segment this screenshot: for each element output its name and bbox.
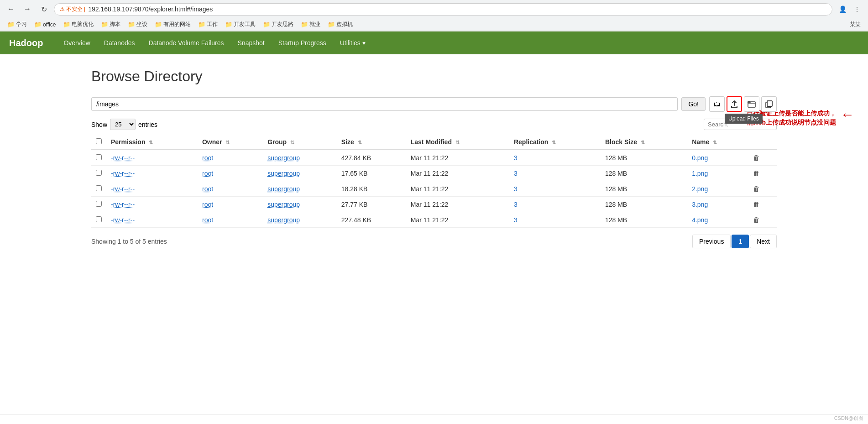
size-cell: 427.84 KB — [337, 150, 406, 166]
dropdown-arrow-icon: ▾ — [362, 39, 366, 47]
owner-cell: root — [198, 181, 263, 197]
bookmarks-bar: 📁 学习 📁 office 📁 电脑优化 📁 脚本 📁 坐设 📁 有用的网站 📁… — [0, 18, 868, 31]
profile-button[interactable]: 👤 — [836, 3, 849, 16]
bookmark-office[interactable]: 📁 office — [31, 20, 58, 29]
permission-cell: -rw-r--r-- — [106, 150, 198, 166]
replication-link[interactable]: 3 — [514, 201, 518, 208]
nav-datanodes[interactable]: Datanodes — [97, 31, 142, 54]
file-link[interactable]: 4.png — [692, 216, 708, 224]
file-link[interactable]: 0.png — [692, 154, 708, 162]
nav-utilities[interactable]: Utilities ▾ — [333, 31, 372, 54]
block-size-header[interactable]: Block Size ⇅ — [601, 135, 687, 150]
row-checkbox-1[interactable] — [96, 170, 102, 176]
owner-link[interactable]: root — [202, 185, 213, 193]
show-entries-row: Show 25 10 50 100 entries — [91, 119, 777, 130]
folder-icon: 📁 — [128, 21, 135, 28]
bookmark-开发思路[interactable]: 📁 开发思路 — [260, 20, 296, 29]
owner-link[interactable]: root — [202, 154, 213, 162]
last-modified-header[interactable]: Last Modified ⇅ — [406, 135, 509, 150]
bookmark-坐设[interactable]: 📁 坐设 — [125, 20, 150, 29]
replication-cell: 3 — [509, 150, 601, 166]
copy-button[interactable] — [761, 96, 777, 112]
bookmark-电脑优化[interactable]: 📁 电脑优化 — [60, 20, 96, 29]
entries-select[interactable]: 25 10 50 100 — [110, 119, 136, 130]
group-link[interactable]: supergroup — [267, 216, 300, 224]
row-checkbox-cell — [91, 181, 106, 197]
permission-link[interactable]: -rw-r--r-- — [111, 154, 135, 162]
owner-link[interactable]: root — [202, 170, 213, 177]
group-link[interactable]: supergroup — [267, 170, 300, 177]
size-header[interactable]: Size ⇅ — [337, 135, 406, 150]
file-link[interactable]: 2.png — [692, 185, 708, 193]
bookmarks-more[interactable]: 某某 — [847, 20, 863, 29]
refresh-button[interactable]: ↻ — [37, 3, 50, 16]
nav-datanode-volume-failures[interactable]: Datanode Volume Failures — [142, 31, 231, 54]
url-text[interactable]: 192.168.19.107:9870/explorer.html#/image… — [88, 5, 826, 13]
permission-link[interactable]: -rw-r--r-- — [111, 201, 135, 208]
replication-link[interactable]: 3 — [514, 154, 518, 162]
browser-chrome: ← → ↻ ⚠ 不安全 | 192.168.19.107:9870/explor… — [0, 0, 868, 31]
row-checkbox-3[interactable] — [96, 201, 102, 207]
row-checkbox-0[interactable] — [96, 154, 102, 160]
nav-startup-progress[interactable]: Startup Progress — [272, 31, 333, 54]
name-cell: 1.png — [687, 166, 748, 181]
row-checkbox-cell — [91, 197, 106, 212]
nav-overview[interactable]: Overview — [57, 31, 97, 54]
owner-cell: root — [198, 166, 263, 181]
permission-link[interactable]: -rw-r--r-- — [111, 170, 135, 177]
replication-header[interactable]: Replication ⇅ — [509, 135, 601, 150]
replication-link[interactable]: 3 — [514, 216, 518, 224]
bookmark-开发工具[interactable]: 📁 开发工具 — [222, 20, 258, 29]
file-link[interactable]: 3.png — [692, 201, 708, 208]
replication-cell: 3 — [509, 197, 601, 212]
delete-button[interactable]: 🗑 — [753, 154, 760, 162]
path-input[interactable] — [91, 97, 678, 111]
sort-icon: ⇅ — [358, 140, 362, 146]
bookmark-虚拟机[interactable]: 📁 虚拟机 — [325, 20, 356, 29]
owner-header[interactable]: Owner ⇅ — [198, 135, 263, 150]
nav-snapshot[interactable]: Snapshot — [231, 31, 272, 54]
new-folder-button[interactable] — [744, 96, 759, 112]
watermark: CSDN@创图 — [834, 415, 863, 422]
select-all-checkbox[interactable] — [96, 138, 102, 144]
delete-button[interactable]: 🗑 — [753, 185, 760, 193]
showing-text: Showing 1 to 5 of 5 entries — [91, 238, 167, 245]
go-button[interactable]: Go! — [681, 97, 706, 111]
bookmark-就业[interactable]: 📁 就业 — [298, 20, 323, 29]
delete-button[interactable]: 🗑 — [753, 200, 760, 208]
delete-button[interactable]: 🗑 — [753, 216, 760, 224]
previous-button[interactable]: Previous — [692, 235, 731, 248]
folder-icon-btn[interactable]: 🗂 — [709, 96, 725, 112]
group-link[interactable]: supergroup — [267, 185, 300, 193]
more-button[interactable]: ⋮ — [851, 3, 863, 16]
bookmark-有用的网站[interactable]: 📁 有用的网站 — [152, 20, 193, 29]
file-link[interactable]: 1.png — [692, 170, 708, 177]
group-link[interactable]: supergroup — [267, 154, 300, 162]
upload-files-button[interactable] — [727, 96, 742, 112]
bookmark-脚本[interactable]: 📁 脚本 — [98, 20, 123, 29]
back-button[interactable]: ← — [5, 3, 17, 16]
bookmark-学习[interactable]: 📁 学习 — [5, 20, 30, 29]
owner-link[interactable]: root — [202, 216, 213, 224]
last-modified-cell: Mar 11 21:22 — [406, 181, 509, 197]
annotation-arrow-icon: ← — [841, 107, 854, 122]
page-1-button[interactable]: 1 — [732, 235, 749, 248]
forward-button[interactable]: → — [21, 3, 34, 16]
row-checkbox-4[interactable] — [96, 216, 102, 222]
permission-link[interactable]: -rw-r--r-- — [111, 216, 135, 224]
replication-link[interactable]: 3 — [514, 170, 518, 177]
owner-link[interactable]: root — [202, 201, 213, 208]
bookmark-工作[interactable]: 📁 工作 — [195, 20, 220, 29]
name-header[interactable]: Name ⇅ — [687, 135, 748, 150]
permission-link[interactable]: -rw-r--r-- — [111, 185, 135, 193]
row-checkbox-2[interactable] — [96, 185, 102, 191]
replication-link[interactable]: 3 — [514, 185, 518, 193]
hadoop-logo[interactable]: Hadoop — [9, 38, 43, 48]
table-body: -rw-r--r-- root supergroup 427.84 KB Mar… — [91, 150, 777, 228]
group-header[interactable]: Group ⇅ — [263, 135, 337, 150]
next-button[interactable]: Next — [750, 235, 777, 248]
folder-icon: 📁 — [225, 21, 232, 28]
delete-button[interactable]: 🗑 — [753, 169, 760, 177]
permission-header[interactable]: Permission ⇅ — [106, 135, 198, 150]
group-link[interactable]: supergroup — [267, 201, 300, 208]
